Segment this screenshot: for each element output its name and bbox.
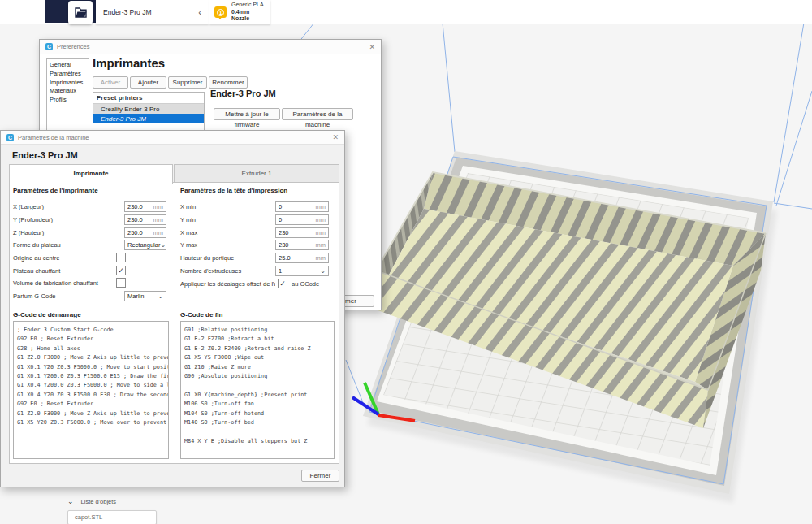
sidebar-item-imprimantes[interactable]: Imprimantes — [50, 79, 86, 88]
object-list-header[interactable]: ⌄ Liste d'objets — [67, 497, 157, 505]
field-label: Forme du plateau — [13, 241, 61, 249]
dialog-title: Paramètres de la machine — [18, 134, 328, 141]
material-selector[interactable]: 1 Generic PLA 0.4mm Nozzle — [209, 0, 270, 24]
dialog-title: Préférences — [57, 43, 365, 50]
chevron-down-icon: ⌄ — [158, 292, 163, 300]
printhead-section-title: Paramètres de la tête d'impression — [180, 187, 287, 194]
z-height-input[interactable]: 250.0 mm — [124, 227, 166, 238]
start-gcode-label: G-Code de démarrage — [13, 311, 81, 318]
preferences-titlebar[interactable]: C Préférences ✕ — [40, 40, 381, 54]
start-gcode-textarea[interactable]: ; Ender 3 Custom Start G-code G92 E0 ; R… — [13, 321, 169, 459]
field-label: Origine au centre — [13, 254, 60, 262]
offsets-suffix: au GCode — [292, 280, 319, 288]
printer-section-title: Paramètres de l'imprimante — [13, 187, 98, 194]
heated-volume-checkbox[interactable] — [116, 278, 126, 288]
heated-bed-checkbox[interactable]: ✓ — [116, 266, 126, 275]
close-button[interactable]: Fermer — [301, 470, 339, 482]
end-gcode-textarea[interactable]: G91 ;Relative positioning G1 E-2 F2700 ;… — [180, 321, 335, 459]
y-min-input[interactable]: 0 mm — [275, 214, 329, 225]
printer-selector[interactable]: Ender-3 Pro JM ‹ — [96, 0, 209, 24]
object-list-panel: ⌄ Liste d'objets capot.STL — [67, 497, 157, 524]
list-item-ender3projm[interactable]: Ender-3 Pro JM — [93, 114, 204, 123]
sidebar-item-parametres[interactable]: Paramètres — [50, 70, 86, 79]
machine-titlebar[interactable]: C Paramètres de la machine ✕ — [1, 131, 344, 145]
bed-shape-dropdown[interactable]: Rectangular ⌄ — [124, 240, 166, 250]
end-gcode-label: G-Code de fin — [180, 311, 222, 318]
close-icon[interactable]: ✕ — [369, 43, 375, 51]
sidebar-item-profils[interactable]: Profils — [50, 96, 86, 105]
field-label: X max — [180, 229, 197, 236]
nozzle-size: 0.4mm Nozzle — [231, 9, 249, 22]
extruder-offsets-checkbox[interactable]: ✓ — [278, 279, 287, 288]
x-max-input[interactable]: 230 mm — [275, 227, 329, 238]
extruder-badge-icon: 1 — [214, 6, 227, 18]
machine-settings-button[interactable]: Paramètres de la machine — [282, 108, 353, 120]
y-max-input[interactable]: 230 mm — [275, 240, 329, 250]
field-label: Y max — [180, 241, 197, 249]
x-min-input[interactable]: 0 mm — [275, 201, 329, 212]
list-header: Preset printers — [93, 93, 204, 104]
open-file-button[interactable] — [68, 1, 93, 24]
tab-imprimante[interactable]: Imprimante — [9, 164, 173, 184]
offsets-label: Appliquer les décalages offset de l'extr… — [180, 280, 275, 288]
gantry-height-input[interactable]: 25.0 mm — [275, 253, 329, 263]
sidebar-item-materiaux[interactable]: Matériaux — [50, 87, 86, 96]
extruder-count-dropdown[interactable]: 1 ⌄ — [275, 266, 329, 276]
remove-button[interactable]: Supprimer — [168, 76, 207, 89]
gcode-flavor-dropdown[interactable]: Marlin ⌄ — [124, 291, 166, 301]
add-button[interactable]: Ajouter — [130, 76, 166, 89]
machine-settings-dialog: C Paramètres de la machine ✕ Ender-3 Pro… — [0, 130, 345, 487]
printer-name: Ender-3 Pro JM — [103, 8, 198, 16]
top-bar: Ender-3 Pro JM ‹ 1 Generic PLA 0.4mm Noz… — [0, 0, 812, 24]
open-folder-icon — [75, 7, 87, 18]
field-label: Nombre d'extrudeuses — [180, 267, 241, 275]
close-icon[interactable]: ✕ — [332, 133, 339, 141]
field-label: Plateau chauffant — [13, 267, 60, 275]
field-label: Y (Profondeur) — [13, 216, 53, 223]
field-label: Hauteur du portique — [180, 254, 234, 262]
cura-logo-icon: C — [45, 43, 53, 50]
printer-tab-content: Paramètres de l'imprimante X (Largeur) 2… — [9, 182, 339, 464]
x-width-input[interactable]: 230.0 mm — [124, 201, 166, 212]
list-item-creality-ender3pro[interactable]: Creality Ender-3 Pro — [93, 104, 204, 114]
tab-extruder-1[interactable]: Extruder 1 — [174, 164, 339, 183]
activate-button[interactable]: Activer — [93, 76, 128, 89]
page-title: Imprimantes — [93, 56, 165, 70]
cura-logo-icon: C — [6, 134, 14, 141]
machine-name-heading: Ender-3 Pro JM — [12, 150, 78, 160]
object-list-item[interactable]: capot.STL — [67, 510, 157, 524]
chevron-down-icon: ⌄ — [160, 241, 166, 249]
collapse-icon: ⌄ — [67, 497, 74, 505]
field-label: X min — [180, 203, 196, 210]
rename-button[interactable]: Renommer — [209, 76, 248, 89]
field-label: Y min — [180, 216, 196, 223]
extruder-number: 1 — [217, 9, 224, 16]
material-name: Generic PLA — [231, 2, 264, 7]
field-label: Volume de fabrication chauffant — [13, 279, 98, 287]
object-list-title: Liste d'objets — [81, 498, 117, 505]
sidebar-item-general[interactable]: Général — [50, 61, 86, 70]
field-label: Z (Hauteur) — [13, 229, 44, 236]
selected-printer-title: Ender-3 Pro JM — [210, 89, 276, 98]
chevron-down-icon: ⌄ — [320, 267, 326, 275]
chevron-left-icon: ‹ — [198, 7, 201, 17]
y-depth-input[interactable]: 230.0 mm — [124, 214, 166, 225]
field-label: Parfum G-Code — [13, 292, 56, 300]
update-firmware-button[interactable]: Mettre à jour le firmware — [214, 108, 280, 120]
field-label: X (Largeur) — [13, 203, 44, 210]
origin-center-checkbox[interactable] — [116, 253, 126, 262]
